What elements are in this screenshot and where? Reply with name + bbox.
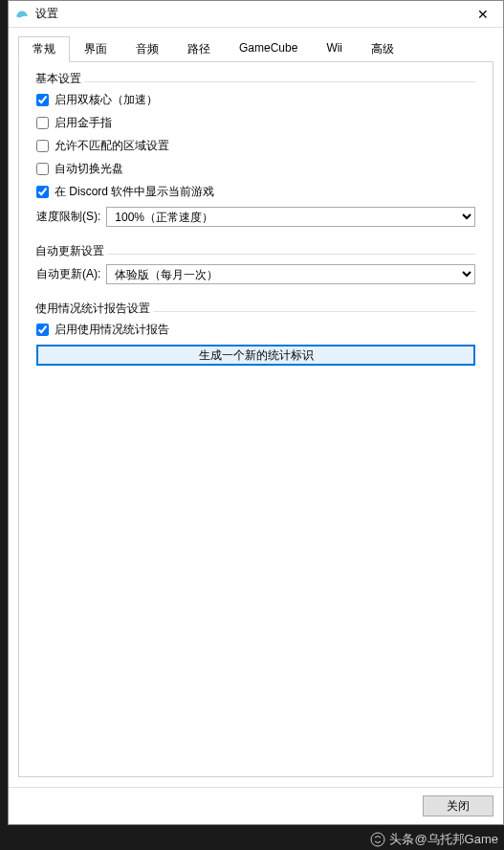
window-title: 设置	[35, 6, 469, 22]
tab-paths[interactable]: 路径	[173, 36, 225, 62]
checkbox-usage-stats-label: 启用使用情况统计报告	[55, 322, 169, 338]
checkbox-dual-core-label: 启用双核心（加速）	[55, 92, 158, 108]
tab-general[interactable]: 常规	[18, 36, 70, 62]
checkbox-auto-disc[interactable]: 自动切换光盘	[36, 161, 475, 177]
titlebar: 设置 ✕	[9, 1, 503, 28]
content-area: 常规 界面 音频 路径 GameCube Wii 高级 基本设置 启用双核心（加…	[9, 28, 503, 787]
speed-limit-label: 速度限制(S):	[36, 209, 100, 225]
svg-point-0	[371, 833, 384, 846]
close-icon[interactable]: ✕	[469, 3, 497, 26]
checkbox-region-mismatch-label: 允许不匹配的区域设置	[55, 138, 169, 154]
generate-new-id-button[interactable]: 生成一个新的统计标识	[36, 345, 475, 366]
group-title-basic: 基本设置	[33, 71, 84, 87]
checkbox-cheats-input[interactable]	[36, 117, 49, 129]
settings-window: 设置 ✕ 常规 界面 音频 路径 GameCube Wii 高级 基本设置 启用…	[8, 0, 504, 825]
checkbox-dual-core[interactable]: 启用双核心（加速）	[36, 92, 475, 108]
watermark-icon	[370, 832, 385, 847]
speed-limit-select[interactable]: 100%（正常速度）	[106, 207, 475, 227]
watermark-text: 头条@乌托邦Game	[389, 831, 498, 848]
footer: 关闭	[9, 787, 503, 824]
watermark: 头条@乌托邦Game	[370, 831, 498, 848]
checkbox-auto-disc-label: 自动切换光盘	[55, 161, 123, 177]
checkbox-discord-input[interactable]	[36, 186, 49, 198]
tab-audio[interactable]: 音频	[121, 36, 173, 62]
tab-wii[interactable]: Wii	[312, 36, 357, 62]
checkbox-discord[interactable]: 在 Discord 软件中显示当前游戏	[36, 184, 475, 200]
field-speed-limit: 速度限制(S): 100%（正常速度）	[36, 207, 475, 227]
group-title-auto-update: 自动更新设置	[33, 243, 107, 259]
group-basic-settings: 基本设置 启用双核心（加速） 启用金手指 允许不匹配的区域设置	[29, 72, 483, 235]
checkbox-region-mismatch-input[interactable]	[36, 140, 49, 152]
tab-advanced[interactable]: 高级	[357, 36, 408, 62]
tab-interface[interactable]: 界面	[70, 36, 121, 62]
checkbox-auto-disc-input[interactable]	[36, 163, 49, 175]
checkbox-region-mismatch[interactable]: 允许不匹配的区域设置	[36, 138, 475, 154]
auto-update-label: 自动更新(A):	[36, 266, 100, 282]
close-button[interactable]: 关闭	[423, 795, 493, 816]
checkbox-cheats-label: 启用金手指	[55, 115, 112, 131]
checkbox-usage-stats[interactable]: 启用使用情况统计报告	[36, 322, 475, 338]
field-auto-update: 自动更新(A): 体验版（每月一次）	[36, 264, 475, 284]
tab-gamecube[interactable]: GameCube	[225, 36, 312, 62]
checkbox-discord-label: 在 Discord 软件中显示当前游戏	[55, 184, 214, 200]
dolphin-icon	[14, 7, 30, 22]
tab-panel-general: 基本设置 启用双核心（加速） 启用金手指 允许不匹配的区域设置	[18, 62, 493, 777]
group-usage-stats: 使用情况统计报告设置 启用使用情况统计报告 生成一个新的统计标识	[29, 302, 483, 373]
tabstrip: 常规 界面 音频 路径 GameCube Wii 高级	[18, 35, 493, 62]
checkbox-dual-core-input[interactable]	[36, 94, 49, 106]
group-title-usage-stats: 使用情况统计报告设置	[33, 301, 153, 317]
checkbox-usage-stats-input[interactable]	[36, 324, 49, 336]
group-auto-update: 自动更新设置 自动更新(A): 体验版（每月一次）	[29, 244, 483, 292]
auto-update-select[interactable]: 体验版（每月一次）	[106, 264, 475, 284]
checkbox-cheats[interactable]: 启用金手指	[36, 115, 475, 131]
